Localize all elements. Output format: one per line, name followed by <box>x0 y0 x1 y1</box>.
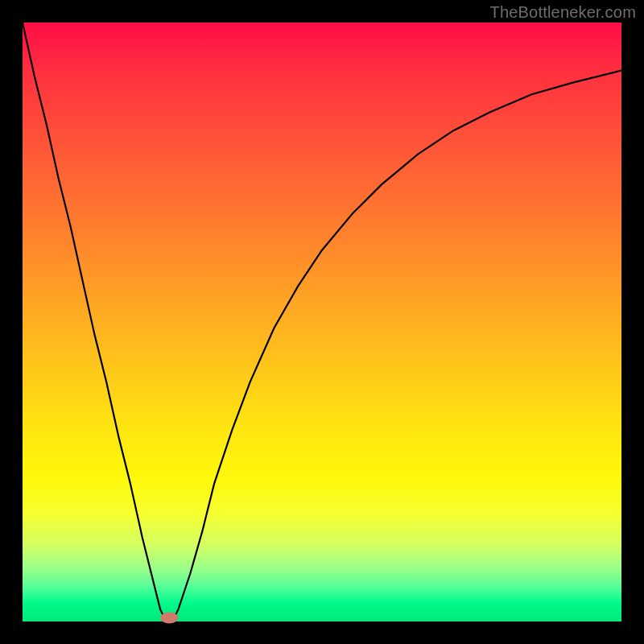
chart-frame: TheBottleneker.com <box>0 0 644 644</box>
chart-svg <box>23 23 621 621</box>
plot-area <box>23 23 621 621</box>
bottleneck-curve <box>23 23 621 621</box>
watermark-text: TheBottleneker.com <box>490 3 636 22</box>
optimal-point-marker <box>160 613 178 624</box>
